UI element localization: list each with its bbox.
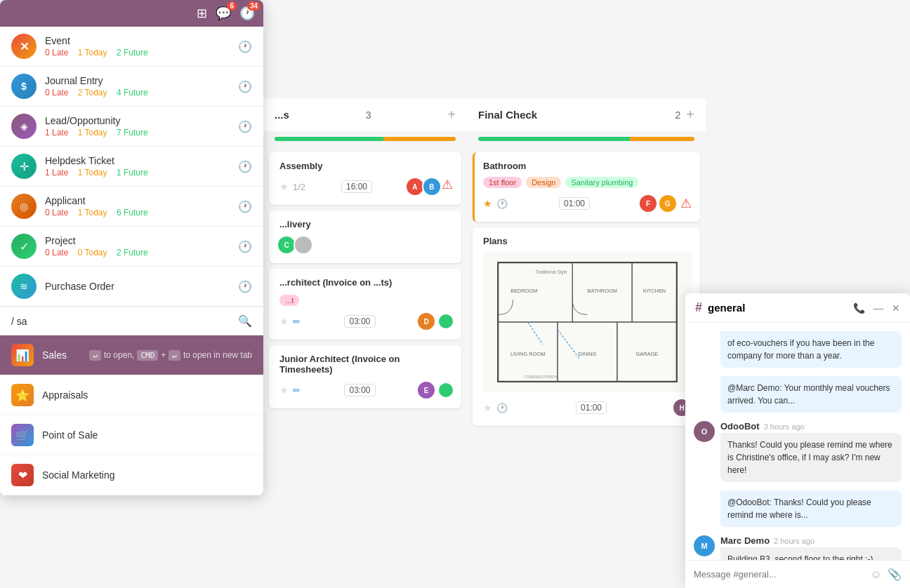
event-clock-icon[interactable]: 🕐 <box>238 40 252 53</box>
kanban-left-col: ...s 3 + Assembly ★ 1/2 16:00 A B ⚠ <box>263 98 467 414</box>
activity-item-applicant[interactable]: ◎ Applicant 0 Late 1 Today 6 Future 🕐 <box>0 187 263 227</box>
svg-text:BEDROOM: BEDROOM <box>510 288 537 294</box>
helpdesk-name: Helpdesk Ticket <box>45 155 238 166</box>
plans-time: 01:00 <box>576 401 607 414</box>
app-suggestion-pos[interactable]: 🛒 Point of Sale <box>0 415 263 455</box>
activity-item-helpdesk[interactable]: ✛ Helpdesk Ticket 1 Late 1 Today 1 Futur… <box>0 147 263 187</box>
svg-text:LIVING ROOM: LIVING ROOM <box>510 351 545 357</box>
app-suggestion-appraisals[interactable]: ⭐ Appraisals <box>0 375 263 415</box>
right-col-add-icon[interactable]: + <box>686 107 694 123</box>
plans-title: Plans <box>483 236 692 246</box>
left-col-header: ...s 3 + <box>263 98 467 131</box>
appraisals-icon: ⭐ <box>11 384 34 406</box>
emoji-icon[interactable]: ☺ <box>871 568 882 581</box>
architect-tag-container: ...t <box>279 293 453 306</box>
delivery-card: ...livery C <box>269 211 461 263</box>
phone-icon[interactable]: 📞 <box>853 302 865 314</box>
clock-badge-wrapper[interactable]: 🕐 34 <box>239 6 255 21</box>
tag-1st-floor: 1st floor <box>483 177 522 188</box>
bathroom-clock-icon: 🕐 <box>496 199 508 209</box>
msg-marc-mention: @Marc Demo: Your monthly meal vouchers a… <box>720 376 902 413</box>
assembly-card: Assembly ★ 1/2 16:00 A B ⚠ <box>269 152 461 205</box>
lead-clock-icon[interactable]: 🕐 <box>238 120 252 133</box>
left-col-add-icon[interactable]: + <box>447 107 456 123</box>
bathroom-time: 01:00 <box>559 197 590 210</box>
purchase-icon: ≋ <box>11 274 37 299</box>
svg-text:DINING: DINING <box>579 351 597 357</box>
svg-text:GARAGE: GARAGE <box>636 351 659 357</box>
applicant-clock-icon[interactable]: 🕐 <box>238 200 252 213</box>
app-suggestion-sales[interactable]: 📊 Sales ↵ to open, CMD + ↵ to open in ne… <box>0 335 263 375</box>
app-suggestion-social[interactable]: ❤ Social Marketing <box>0 455 263 495</box>
search-icon[interactable]: 🔍 <box>238 314 252 328</box>
avatar-4 <box>294 235 313 255</box>
left-col-title: ...s <box>275 109 289 121</box>
activity-item-lead[interactable]: ◈ Lead/Opportunity 1 Late 1 Today 7 Futu… <box>0 107 263 147</box>
search-input[interactable]: / sa <box>11 316 238 327</box>
close-icon[interactable]: ✕ <box>892 302 900 314</box>
marc-avatar: M <box>694 535 715 556</box>
journal-clock-icon[interactable]: 🕐 <box>238 80 252 93</box>
right-progress-green <box>478 137 630 141</box>
junior-architect-star-icon[interactable]: ★ <box>279 385 289 396</box>
enter-key: ↵ <box>89 350 101 361</box>
attachment-icon[interactable]: 📎 <box>888 568 902 581</box>
event-name: Event <box>45 35 238 46</box>
chat-header-actions: 📞 — ✕ <box>853 302 900 314</box>
minimize-icon[interactable]: — <box>873 302 883 314</box>
avatar-5: D <box>416 312 436 331</box>
journal-name: Journal Entry <box>45 75 238 86</box>
pos-app-name: Point of Sale <box>42 429 252 441</box>
odoobot-content: OdooBot 3 hours ago Thanks! Could you pl… <box>720 421 902 482</box>
project-info: Project 0 Late 0 Today 2 Future <box>45 235 238 258</box>
pos-icon: 🛒 <box>11 424 34 446</box>
search-bar: / sa 🔍 <box>0 307 263 335</box>
right-col-count: 2 <box>675 109 681 121</box>
chat-input[interactable] <box>694 569 865 580</box>
junior-architect-title: Junior Architect (Invoice on Timesheets) <box>279 354 453 375</box>
chat-panel: # general 📞 — ✕ of eco-vouchers if you h… <box>685 293 910 588</box>
bathroom-urgent-icon: ⚠ <box>680 196 692 211</box>
architect-star-icon[interactable]: ★ <box>279 316 289 327</box>
plans-star-icon[interactable]: ★ <box>483 402 492 413</box>
helpdesk-clock-icon[interactable]: 🕐 <box>238 160 252 173</box>
right-col-controls: 2 + <box>675 107 694 123</box>
svg-text:KITCHEN: KITCHEN <box>643 288 666 294</box>
project-clock-icon[interactable]: 🕐 <box>238 240 252 253</box>
junior-architect-edit-icon[interactable]: ✏ <box>293 385 301 396</box>
activity-item-project[interactable]: ✓ Project 0 Late 0 Today 2 Future 🕐 <box>0 227 263 267</box>
purchase-clock-icon[interactable]: 🕐 <box>238 280 252 293</box>
architect-avatars: D <box>419 312 453 331</box>
grid-icon[interactable]: ⊞ <box>197 6 207 21</box>
architect-time: 03:00 <box>344 315 375 328</box>
right-col-header: Final Check 2 + <box>467 98 706 131</box>
applicant-info: Applicant 0 Late 1 Today 6 Future <box>45 195 238 218</box>
green-dot-2 <box>439 383 453 397</box>
marc-header: Marc Demo 2 hours ago <box>720 535 902 546</box>
odoobot-header: OdooBot 3 hours ago <box>720 421 902 432</box>
assembly-urgent-icon: ⚠ <box>442 177 453 196</box>
helpdesk-stats: 1 Late 1 Today 1 Future <box>45 168 238 178</box>
svg-line-15 <box>558 330 580 359</box>
junior-architect-avatars: E <box>419 380 453 400</box>
odoobot-name: OdooBot <box>720 421 760 432</box>
social-icon: ❤ <box>11 464 34 486</box>
svg-text:BATHROOM: BATHROOM <box>588 288 617 294</box>
activity-item-purchase[interactable]: ≋ Purchase Order 🕐 <box>0 267 263 307</box>
sales-shortcuts: ↵ to open, CMD + ↵ to open in new tab <box>89 350 252 361</box>
activity-item-event[interactable]: ✕ Event 0 Late 1 Today 2 Future 🕐 <box>0 27 263 67</box>
left-progress-green <box>275 137 383 141</box>
marc-content: Marc Demo 2 hours ago Building B3, secon… <box>720 535 902 560</box>
enter-key2: ↵ <box>169 350 180 361</box>
bathroom-card: Bathroom 1st floor Design Sanitary plumb… <box>473 152 700 222</box>
assembly-star-icon[interactable]: ★ <box>279 181 289 192</box>
chat-badge-wrapper[interactable]: 💬 6 <box>216 6 231 21</box>
marc-bubble: Building B3, second floor to the right :… <box>720 547 902 560</box>
kanban-right-col: Final Check 2 + Bathroom 1st floor Desig… <box>467 98 706 432</box>
architect-edit-icon[interactable]: ✏ <box>293 316 301 327</box>
project-stats: 0 Late 0 Today 2 Future <box>45 248 238 258</box>
sales-icon: 📊 <box>11 344 34 366</box>
activity-item-journal[interactable]: $ Journal Entry 0 Late 2 Today 4 Future … <box>0 67 263 107</box>
bathroom-star-icon[interactable]: ★ <box>483 198 492 209</box>
purchase-info: Purchase Order <box>45 281 238 292</box>
